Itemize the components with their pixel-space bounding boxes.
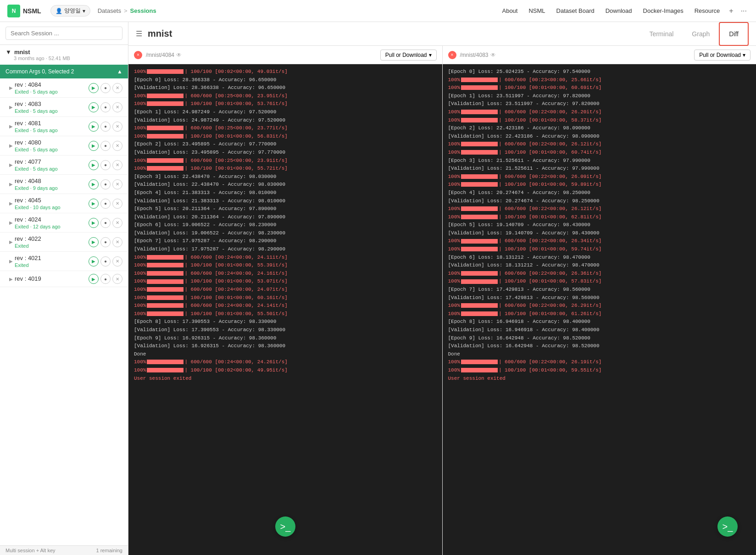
sidebar-group-header[interactable]: ▼ mnist bbox=[6, 49, 122, 56]
nav-resource[interactable]: Resource bbox=[695, 7, 720, 14]
user-pill[interactable]: 👤 양영일 ▾ bbox=[50, 5, 90, 17]
session-item-info[interactable]: rev : 4022 Exited bbox=[15, 235, 89, 249]
session-close-button[interactable]: ✕ bbox=[112, 179, 122, 189]
panel-left-close-button[interactable]: × bbox=[134, 51, 142, 59]
log-line: 100%| 100/100 [00:01<00:00, 57.83it/s] bbox=[448, 278, 751, 286]
session-stop-button[interactable]: ● bbox=[100, 102, 111, 112]
session-stop-button[interactable]: ● bbox=[100, 83, 111, 93]
plus-button[interactable]: + bbox=[727, 5, 735, 17]
tab-graph[interactable]: Graph bbox=[683, 22, 719, 46]
nav-docker-images[interactable]: Docker-Images bbox=[643, 7, 684, 14]
session-play-button[interactable]: ▶ bbox=[89, 237, 99, 247]
main-header: ☰ mnist Terminal Graph Diff bbox=[128, 22, 756, 46]
session-close-button[interactable]: ✕ bbox=[112, 256, 122, 266]
more-button[interactable]: ··· bbox=[739, 5, 749, 17]
session-close-button[interactable]: ✕ bbox=[112, 102, 122, 112]
log-line: 100%| 600/600 [00:22<00:00, 26.34it/s] bbox=[448, 237, 751, 245]
session-item-info[interactable]: rev : 4021 Exited bbox=[15, 255, 89, 268]
log-line: 100%| 600/600 [00:24<00:00, 24.11it/s] bbox=[134, 254, 437, 262]
log-line: 100%| 600/600 [00:22<00:00, 26.29it/s] bbox=[448, 302, 751, 310]
list-item: ▶ rev : 4081 Exited · 5 days ago ▶ ● ✕ bbox=[0, 117, 128, 136]
expand-arrow-icon: ▶ bbox=[9, 277, 13, 282]
tab-terminal[interactable]: Terminal bbox=[640, 22, 683, 46]
common-args-bar[interactable]: Common Args 0, Selected 2 ▲ bbox=[0, 65, 128, 78]
log-line: User session exited bbox=[134, 375, 437, 383]
session-play-button[interactable]: ▶ bbox=[89, 199, 99, 209]
session-name: rev : 4077 bbox=[15, 158, 89, 165]
session-stop-button[interactable]: ● bbox=[100, 218, 111, 228]
session-item-info[interactable]: rev : 4084 Exited · 5 days ago bbox=[15, 81, 89, 94]
session-play-button[interactable]: ▶ bbox=[89, 160, 99, 170]
log-line: [Validation] Loss: 23.511997 - Accuracy:… bbox=[448, 100, 751, 108]
session-stop-button[interactable]: ● bbox=[100, 122, 111, 132]
logo-box: N bbox=[7, 5, 20, 17]
panel-left-path-text: /mnist/4084 bbox=[146, 52, 174, 58]
session-play-button[interactable]: ▶ bbox=[89, 274, 99, 284]
collapse-icon: ▲ bbox=[117, 68, 122, 75]
nav-nsml[interactable]: NSML bbox=[528, 7, 545, 14]
session-close-button[interactable]: ✕ bbox=[112, 274, 122, 284]
session-play-button[interactable]: ▶ bbox=[89, 141, 99, 151]
panel-left-pull-download-button[interactable]: Pull or Download ▾ bbox=[380, 50, 437, 61]
panel-right-eye-icon[interactable]: 👁 bbox=[490, 52, 496, 58]
session-close-button[interactable]: ✕ bbox=[112, 199, 122, 209]
hamburger-icon[interactable]: ☰ bbox=[136, 29, 142, 38]
list-item: ▶ rev : 4024 Exited · 12 days ago ▶ ● ✕ bbox=[0, 213, 128, 233]
list-item: ▶ rev : 4077 Exited · 5 days ago ▶ ● ✕ bbox=[0, 155, 128, 175]
log-line: 100%| 100/100 [00:01<00:00, 59.89it/s] bbox=[448, 181, 751, 189]
session-item-info[interactable]: rev : 4080 Exited · 5 days ago bbox=[15, 139, 89, 152]
fab-right-terminal-button[interactable]: >_ bbox=[717, 516, 738, 537]
session-item-info[interactable]: rev : 4083 Exited · 5 days ago bbox=[15, 100, 89, 114]
fab-left-terminal-button[interactable]: >_ bbox=[275, 516, 295, 537]
nav-download[interactable]: Download bbox=[606, 7, 632, 14]
session-item-info[interactable]: rev : 4024 Exited · 12 days ago bbox=[15, 216, 89, 229]
session-close-button[interactable]: ✕ bbox=[112, 83, 122, 93]
session-close-button[interactable]: ✕ bbox=[112, 237, 122, 247]
session-item-info[interactable]: rev : 4019 bbox=[15, 275, 89, 283]
panel-right-pull-download-button[interactable]: Pull or Download ▾ bbox=[694, 50, 750, 61]
session-close-button[interactable]: ✕ bbox=[112, 141, 122, 151]
session-stop-button[interactable]: ● bbox=[100, 179, 111, 189]
log-line: 100%| 600/600 [00:25<00:00, 23.77it/s] bbox=[134, 124, 437, 133]
log-line: [Validation] Loss: 22.423186 - Accuracy:… bbox=[448, 133, 751, 141]
session-status: Exited · 10 days ago bbox=[15, 205, 89, 210]
pull-download-label-right: Pull or Download bbox=[699, 52, 741, 58]
session-item-info[interactable]: rev : 4077 Exited · 5 days ago bbox=[15, 158, 89, 172]
session-close-button[interactable]: ✕ bbox=[112, 160, 122, 170]
expand-arrow-icon: ▶ bbox=[9, 259, 13, 264]
session-stop-button[interactable]: ● bbox=[100, 160, 111, 170]
session-play-button[interactable]: ▶ bbox=[89, 122, 99, 132]
session-stop-button[interactable]: ● bbox=[100, 141, 111, 151]
session-stop-button[interactable]: ● bbox=[100, 256, 111, 266]
session-item-info[interactable]: rev : 4045 Exited · 10 days ago bbox=[15, 197, 89, 210]
log-line: [Epoch 1] Loss: 24.987249 - Accuracy: 97… bbox=[134, 108, 437, 117]
panel-left-eye-icon[interactable]: 👁 bbox=[176, 52, 182, 58]
session-close-button[interactable]: ✕ bbox=[112, 122, 122, 132]
logo[interactable]: N NSML bbox=[7, 5, 41, 17]
log-line: 100%| 600/600 [00:22<00:00, 26.19it/s] bbox=[448, 358, 751, 366]
tab-diff[interactable]: Diff bbox=[719, 22, 749, 46]
log-line: 100%| 600/600 [00:25<00:00, 23.95it/s] bbox=[134, 92, 437, 100]
session-play-button[interactable]: ▶ bbox=[89, 102, 99, 112]
session-stop-button[interactable]: ● bbox=[100, 237, 111, 247]
log-line: [Validation] Loss: 16.946918 - Accuracy:… bbox=[448, 326, 751, 334]
breadcrumb-parent[interactable]: Datasets bbox=[98, 7, 121, 14]
sidebar: ▼ mnist 3 months ago · 52.41 MB Common A… bbox=[0, 22, 128, 555]
session-play-button[interactable]: ▶ bbox=[89, 83, 99, 93]
panel-right-close-button[interactable]: × bbox=[448, 51, 456, 59]
search-input[interactable] bbox=[6, 27, 122, 40]
session-stop-button[interactable]: ● bbox=[100, 199, 111, 209]
session-stop-button[interactable]: ● bbox=[100, 274, 111, 284]
session-play-button[interactable]: ▶ bbox=[89, 256, 99, 266]
log-line: 100%| 100/100 [00:01<00:00, 53.76it/s] bbox=[134, 100, 437, 108]
breadcrumb-sep: > bbox=[124, 7, 128, 14]
nav-about[interactable]: About bbox=[502, 7, 517, 14]
log-line: [Validation] Loss: 23.495895 - Accuracy:… bbox=[134, 149, 437, 157]
breadcrumb-active: Sessions bbox=[130, 7, 156, 14]
nav-dataset-board[interactable]: Dataset Board bbox=[556, 7, 595, 14]
session-play-button[interactable]: ▶ bbox=[89, 179, 99, 189]
session-item-info[interactable]: rev : 4081 Exited · 5 days ago bbox=[15, 120, 89, 133]
session-play-button[interactable]: ▶ bbox=[89, 218, 99, 228]
session-item-info[interactable]: rev : 4048 Exited · 9 days ago bbox=[15, 178, 89, 191]
session-close-button[interactable]: ✕ bbox=[112, 218, 122, 228]
